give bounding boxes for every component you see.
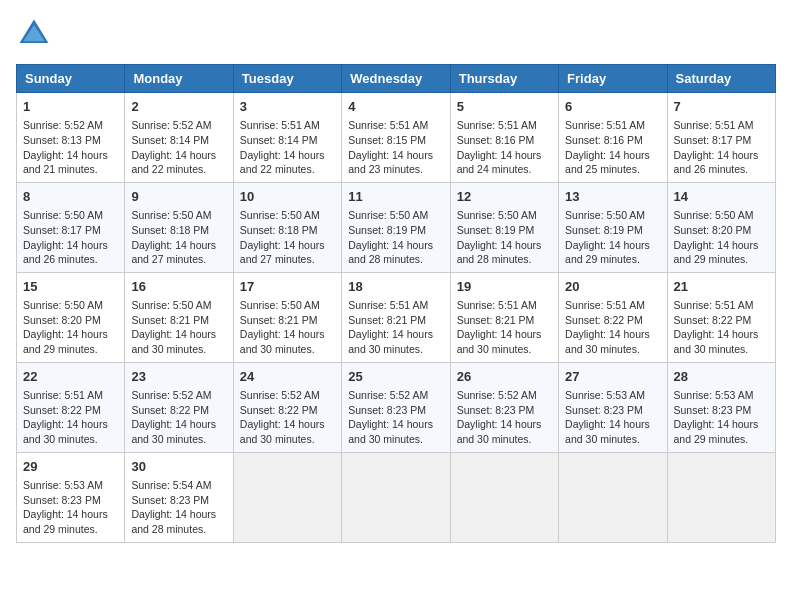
day-info: Sunrise: 5:51 AMSunset: 8:16 PMDaylight:… xyxy=(457,118,552,177)
logo xyxy=(16,16,56,52)
day-number: 30 xyxy=(131,458,226,476)
table-row: 23Sunrise: 5:52 AMSunset: 8:22 PMDayligh… xyxy=(125,362,233,452)
day-info: Sunrise: 5:52 AMSunset: 8:13 PMDaylight:… xyxy=(23,118,118,177)
day-number: 19 xyxy=(457,278,552,296)
day-number: 22 xyxy=(23,368,118,386)
day-number: 21 xyxy=(674,278,769,296)
table-row: 15Sunrise: 5:50 AMSunset: 8:20 PMDayligh… xyxy=(17,272,125,362)
day-number: 1 xyxy=(23,98,118,116)
calendar-week-row: 15Sunrise: 5:50 AMSunset: 8:20 PMDayligh… xyxy=(17,272,776,362)
header-sunday: Sunday xyxy=(17,65,125,93)
table-row: 1Sunrise: 5:52 AMSunset: 8:13 PMDaylight… xyxy=(17,93,125,183)
day-info: Sunrise: 5:52 AMSunset: 8:23 PMDaylight:… xyxy=(348,388,443,447)
day-info: Sunrise: 5:53 AMSunset: 8:23 PMDaylight:… xyxy=(23,478,118,537)
day-number: 5 xyxy=(457,98,552,116)
table-row: 8Sunrise: 5:50 AMSunset: 8:17 PMDaylight… xyxy=(17,182,125,272)
day-info: Sunrise: 5:50 AMSunset: 8:21 PMDaylight:… xyxy=(131,298,226,357)
header-saturday: Saturday xyxy=(667,65,775,93)
day-info: Sunrise: 5:51 AMSunset: 8:21 PMDaylight:… xyxy=(348,298,443,357)
day-info: Sunrise: 5:52 AMSunset: 8:23 PMDaylight:… xyxy=(457,388,552,447)
table-row: 28Sunrise: 5:53 AMSunset: 8:23 PMDayligh… xyxy=(667,362,775,452)
header-friday: Friday xyxy=(559,65,667,93)
calendar-week-row: 29Sunrise: 5:53 AMSunset: 8:23 PMDayligh… xyxy=(17,452,776,542)
day-info: Sunrise: 5:50 AMSunset: 8:18 PMDaylight:… xyxy=(240,208,335,267)
day-number: 18 xyxy=(348,278,443,296)
table-row: 18Sunrise: 5:51 AMSunset: 8:21 PMDayligh… xyxy=(342,272,450,362)
day-info: Sunrise: 5:50 AMSunset: 8:19 PMDaylight:… xyxy=(348,208,443,267)
day-number: 9 xyxy=(131,188,226,206)
day-info: Sunrise: 5:54 AMSunset: 8:23 PMDaylight:… xyxy=(131,478,226,537)
table-row: 9Sunrise: 5:50 AMSunset: 8:18 PMDaylight… xyxy=(125,182,233,272)
day-info: Sunrise: 5:51 AMSunset: 8:16 PMDaylight:… xyxy=(565,118,660,177)
day-info: Sunrise: 5:51 AMSunset: 8:14 PMDaylight:… xyxy=(240,118,335,177)
header-wednesday: Wednesday xyxy=(342,65,450,93)
day-number: 2 xyxy=(131,98,226,116)
day-number: 27 xyxy=(565,368,660,386)
day-info: Sunrise: 5:50 AMSunset: 8:21 PMDaylight:… xyxy=(240,298,335,357)
calendar-body: 1Sunrise: 5:52 AMSunset: 8:13 PMDaylight… xyxy=(17,93,776,543)
table-row xyxy=(559,452,667,542)
day-info: Sunrise: 5:52 AMSunset: 8:14 PMDaylight:… xyxy=(131,118,226,177)
table-row: 12Sunrise: 5:50 AMSunset: 8:19 PMDayligh… xyxy=(450,182,558,272)
day-number: 7 xyxy=(674,98,769,116)
day-number: 10 xyxy=(240,188,335,206)
day-number: 3 xyxy=(240,98,335,116)
header-tuesday: Tuesday xyxy=(233,65,341,93)
day-number: 8 xyxy=(23,188,118,206)
day-info: Sunrise: 5:53 AMSunset: 8:23 PMDaylight:… xyxy=(565,388,660,447)
day-info: Sunrise: 5:50 AMSunset: 8:19 PMDaylight:… xyxy=(565,208,660,267)
day-number: 25 xyxy=(348,368,443,386)
calendar-week-row: 1Sunrise: 5:52 AMSunset: 8:13 PMDaylight… xyxy=(17,93,776,183)
table-row: 14Sunrise: 5:50 AMSunset: 8:20 PMDayligh… xyxy=(667,182,775,272)
day-info: Sunrise: 5:51 AMSunset: 8:22 PMDaylight:… xyxy=(674,298,769,357)
day-info: Sunrise: 5:50 AMSunset: 8:19 PMDaylight:… xyxy=(457,208,552,267)
day-number: 12 xyxy=(457,188,552,206)
table-row: 7Sunrise: 5:51 AMSunset: 8:17 PMDaylight… xyxy=(667,93,775,183)
day-info: Sunrise: 5:50 AMSunset: 8:20 PMDaylight:… xyxy=(674,208,769,267)
table-row: 13Sunrise: 5:50 AMSunset: 8:19 PMDayligh… xyxy=(559,182,667,272)
calendar-table: Sunday Monday Tuesday Wednesday Thursday… xyxy=(16,64,776,543)
header-thursday: Thursday xyxy=(450,65,558,93)
table-row: 16Sunrise: 5:50 AMSunset: 8:21 PMDayligh… xyxy=(125,272,233,362)
day-number: 6 xyxy=(565,98,660,116)
table-row: 30Sunrise: 5:54 AMSunset: 8:23 PMDayligh… xyxy=(125,452,233,542)
day-info: Sunrise: 5:52 AMSunset: 8:22 PMDaylight:… xyxy=(131,388,226,447)
table-row xyxy=(667,452,775,542)
table-row xyxy=(233,452,341,542)
day-info: Sunrise: 5:51 AMSunset: 8:22 PMDaylight:… xyxy=(565,298,660,357)
calendar-week-row: 22Sunrise: 5:51 AMSunset: 8:22 PMDayligh… xyxy=(17,362,776,452)
table-row: 5Sunrise: 5:51 AMSunset: 8:16 PMDaylight… xyxy=(450,93,558,183)
day-number: 4 xyxy=(348,98,443,116)
table-row: 4Sunrise: 5:51 AMSunset: 8:15 PMDaylight… xyxy=(342,93,450,183)
table-row: 25Sunrise: 5:52 AMSunset: 8:23 PMDayligh… xyxy=(342,362,450,452)
day-number: 16 xyxy=(131,278,226,296)
table-row: 11Sunrise: 5:50 AMSunset: 8:19 PMDayligh… xyxy=(342,182,450,272)
table-row: 19Sunrise: 5:51 AMSunset: 8:21 PMDayligh… xyxy=(450,272,558,362)
day-info: Sunrise: 5:51 AMSunset: 8:21 PMDaylight:… xyxy=(457,298,552,357)
day-number: 29 xyxy=(23,458,118,476)
table-row: 22Sunrise: 5:51 AMSunset: 8:22 PMDayligh… xyxy=(17,362,125,452)
day-info: Sunrise: 5:51 AMSunset: 8:17 PMDaylight:… xyxy=(674,118,769,177)
table-row xyxy=(450,452,558,542)
day-number: 26 xyxy=(457,368,552,386)
table-row: 2Sunrise: 5:52 AMSunset: 8:14 PMDaylight… xyxy=(125,93,233,183)
day-number: 17 xyxy=(240,278,335,296)
table-row: 29Sunrise: 5:53 AMSunset: 8:23 PMDayligh… xyxy=(17,452,125,542)
day-number: 13 xyxy=(565,188,660,206)
table-row: 20Sunrise: 5:51 AMSunset: 8:22 PMDayligh… xyxy=(559,272,667,362)
table-row xyxy=(342,452,450,542)
table-row: 17Sunrise: 5:50 AMSunset: 8:21 PMDayligh… xyxy=(233,272,341,362)
day-number: 28 xyxy=(674,368,769,386)
table-row: 3Sunrise: 5:51 AMSunset: 8:14 PMDaylight… xyxy=(233,93,341,183)
day-info: Sunrise: 5:51 AMSunset: 8:15 PMDaylight:… xyxy=(348,118,443,177)
day-info: Sunrise: 5:50 AMSunset: 8:20 PMDaylight:… xyxy=(23,298,118,357)
table-row: 21Sunrise: 5:51 AMSunset: 8:22 PMDayligh… xyxy=(667,272,775,362)
table-row: 6Sunrise: 5:51 AMSunset: 8:16 PMDaylight… xyxy=(559,93,667,183)
day-info: Sunrise: 5:50 AMSunset: 8:17 PMDaylight:… xyxy=(23,208,118,267)
day-info: Sunrise: 5:53 AMSunset: 8:23 PMDaylight:… xyxy=(674,388,769,447)
day-info: Sunrise: 5:52 AMSunset: 8:22 PMDaylight:… xyxy=(240,388,335,447)
table-row: 24Sunrise: 5:52 AMSunset: 8:22 PMDayligh… xyxy=(233,362,341,452)
day-info: Sunrise: 5:50 AMSunset: 8:18 PMDaylight:… xyxy=(131,208,226,267)
page-header xyxy=(16,16,776,52)
day-info: Sunrise: 5:51 AMSunset: 8:22 PMDaylight:… xyxy=(23,388,118,447)
